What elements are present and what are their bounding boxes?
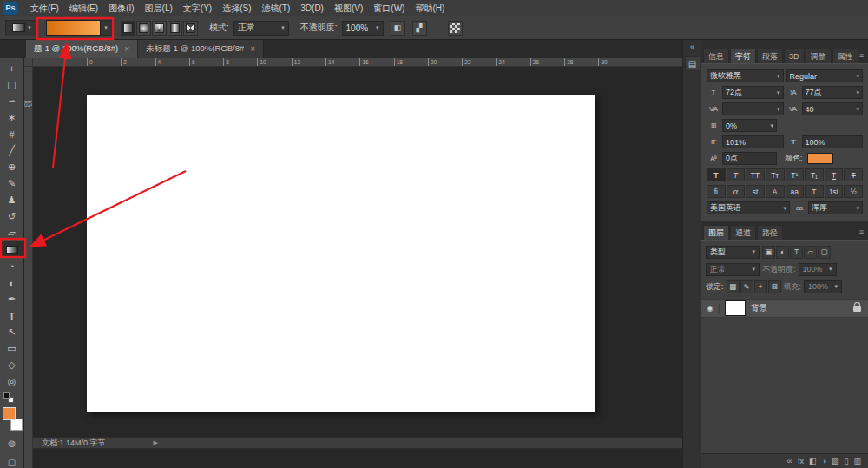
- layer-visibility-icon[interactable]: ◉: [707, 304, 720, 313]
- menu-item[interactable]: 文件(F): [25, 0, 64, 16]
- collapse-dock-icon[interactable]: «: [690, 42, 694, 53]
- status-chevron-icon[interactable]: ▶: [154, 439, 158, 446]
- layer-mask-icon[interactable]: ◧: [809, 457, 817, 465]
- layer-opacity-select[interactable]: 100% ▾: [799, 263, 837, 276]
- baseline-shift-input[interactable]: 0点: [722, 152, 777, 165]
- spot-healing-brush-tool[interactable]: ⊕: [1, 159, 23, 175]
- swash-button[interactable]: A: [766, 185, 785, 198]
- default-colors-icon[interactable]: [3, 392, 14, 403]
- layer-thumbnail[interactable]: [725, 300, 746, 316]
- eyedropper-tool[interactable]: ╱: [1, 142, 23, 159]
- filter-shape-layers-icon[interactable]: ▱: [804, 246, 817, 259]
- rectangular-marquee-tool[interactable]: ▢: [1, 76, 23, 93]
- contextual-alternates-button[interactable]: ơ: [727, 185, 746, 198]
- ruler-corner[interactable]: [24, 58, 33, 67]
- reflected-gradient-button[interactable]: [168, 21, 182, 36]
- history-panel-icon[interactable]: ▤: [685, 56, 700, 71]
- kerning-select[interactable]: ▾: [722, 102, 784, 115]
- screen-mode-button[interactable]: ▢: [3, 455, 22, 468]
- link-layers-icon[interactable]: ∞: [787, 457, 792, 465]
- lock-position-icon[interactable]: +: [754, 280, 767, 293]
- superscript-button[interactable]: T¹: [786, 168, 805, 181]
- titling-alternates-button[interactable]: T: [805, 185, 824, 198]
- pen-tool[interactable]: ✒: [1, 291, 23, 307]
- crop-tool[interactable]: #: [1, 126, 23, 142]
- reverse-toggle[interactable]: ◧: [391, 21, 405, 36]
- proportional-spacing-select[interactable]: 0% ▾: [722, 119, 777, 132]
- underline-button[interactable]: T: [825, 168, 844, 181]
- layer-style-icon[interactable]: fx: [798, 457, 804, 465]
- language-select[interactable]: 美国英语 ▾: [707, 201, 790, 214]
- panel-tab[interactable]: 属性: [832, 49, 858, 63]
- adjustment-layer-icon[interactable]: ◑: [822, 457, 826, 465]
- radial-gradient-button[interactable]: [136, 21, 151, 36]
- menu-item[interactable]: 图像(I): [103, 0, 139, 16]
- horizontal-ruler[interactable]: 024681012141618202224262830: [33, 58, 682, 67]
- vertical-scale-input[interactable]: 101%: [722, 135, 784, 148]
- panel-tab[interactable]: 3D: [784, 49, 805, 63]
- small-caps-button[interactable]: Tᴛ: [766, 168, 785, 181]
- new-layer-icon[interactable]: ▯: [845, 457, 849, 465]
- canvas-area[interactable]: 024681012141618202224262830 024681012141…: [24, 58, 682, 468]
- menu-item[interactable]: 编辑(E): [64, 0, 103, 16]
- document-tab[interactable]: 题-1 @ 100%(RGB/8#) ×: [26, 40, 138, 58]
- lock-pixels-icon[interactable]: ✎: [740, 280, 753, 293]
- panel-tab[interactable]: 图层: [703, 225, 729, 240]
- filter-adjustment-layers-icon[interactable]: ◐: [776, 246, 789, 259]
- faux-italic-button[interactable]: T: [727, 168, 746, 181]
- panel-menu-icon[interactable]: ≡: [859, 227, 864, 236]
- ligatures-button[interactable]: fi: [707, 185, 726, 198]
- document-tab[interactable]: 未标题-1 @ 100%(RGB/8#) ×: [138, 40, 264, 58]
- fractions-button[interactable]: ½: [844, 185, 863, 198]
- opacity-select[interactable]: 100% ▾: [342, 21, 384, 36]
- panel-tab[interactable]: 通道: [730, 225, 756, 240]
- path-selection-tool[interactable]: ↖: [1, 324, 23, 340]
- angle-gradient-button[interactable]: [152, 21, 167, 36]
- text-color-swatch[interactable]: [807, 153, 833, 164]
- menu-item[interactable]: 选择(S): [217, 0, 256, 16]
- subscript-button[interactable]: T₁: [805, 168, 824, 181]
- panel-tab[interactable]: 字符: [730, 49, 756, 63]
- brush-tool[interactable]: ✎: [1, 175, 23, 192]
- dither-toggle[interactable]: ▞: [412, 21, 427, 36]
- tracking-select[interactable]: 40 ▾: [802, 102, 864, 115]
- panel-tab[interactable]: 调整: [806, 49, 832, 63]
- vertical-ruler[interactable]: 02468101214161820: [24, 67, 33, 468]
- document-canvas[interactable]: [87, 95, 595, 412]
- lasso-tool[interactable]: ∽: [1, 93, 23, 109]
- blend-mode-select[interactable]: 正常 ▾: [706, 263, 760, 276]
- horizontal-type-tool[interactable]: T: [1, 307, 23, 324]
- horizontal-scale-input[interactable]: 100%: [802, 135, 864, 148]
- menu-item[interactable]: 滤镜(T): [257, 0, 296, 16]
- filter-pixel-layers-icon[interactable]: ▣: [762, 246, 775, 259]
- leading-select[interactable]: 77点 ▾: [802, 86, 864, 99]
- history-brush-tool[interactable]: ↺: [1, 208, 23, 225]
- filter-type-layers-icon[interactable]: T: [790, 246, 803, 259]
- quick-mask-button[interactable]: ◍: [3, 436, 22, 450]
- menu-item[interactable]: 视图(V): [329, 0, 368, 16]
- blur-tool[interactable]: ◔: [1, 258, 23, 274]
- lock-transparency-icon[interactable]: ▦: [727, 280, 740, 293]
- clone-stamp-tool[interactable]: ♟: [1, 192, 23, 208]
- gradient-editor-swatch[interactable]: [46, 20, 101, 36]
- close-icon[interactable]: ×: [124, 44, 129, 54]
- discretionary-ligatures-button[interactable]: st: [746, 185, 765, 198]
- layer-row[interactable]: ◉ 背景: [701, 299, 868, 318]
- rectangle-tool[interactable]: ▭: [1, 340, 23, 357]
- linear-gradient-button[interactable]: [121, 21, 135, 36]
- ordinals-button[interactable]: 1st: [825, 185, 844, 198]
- lock-all-icon[interactable]: ⊠: [768, 280, 781, 293]
- eraser-tool[interactable]: ▱: [1, 225, 23, 241]
- zoom-tool[interactable]: ◎: [1, 373, 23, 390]
- layer-filter-select[interactable]: 类型 ▾: [706, 246, 760, 259]
- panel-tab[interactable]: 路径: [757, 225, 783, 240]
- panel-menu-icon[interactable]: ≡: [859, 51, 864, 60]
- layer-group-icon[interactable]: ▧: [832, 457, 839, 465]
- filter-smart-objects-icon[interactable]: ▢: [818, 246, 831, 259]
- diamond-gradient-button[interactable]: [183, 21, 198, 36]
- delete-layer-icon[interactable]: ▥: [853, 457, 861, 465]
- hand-tool[interactable]: ◇: [1, 357, 23, 373]
- panel-tab[interactable]: 信息: [703, 49, 729, 63]
- quick-selection-tool[interactable]: ∗: [1, 109, 23, 126]
- font-family-select[interactable]: 微软雅黑 ▾: [707, 69, 784, 82]
